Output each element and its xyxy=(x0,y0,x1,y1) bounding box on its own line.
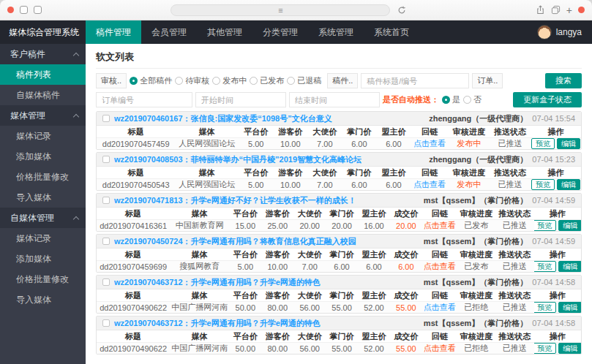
update-box-status-button[interactable]: 更新盒子状态 xyxy=(513,92,582,107)
nav-item[interactable]: 系统首页 xyxy=(364,20,419,44)
sidebar-item[interactable]: 添加媒体 xyxy=(0,146,86,167)
table-header-row: 标题媒体平台价游客价大使价掌门价盟主价成交价回链审核进度推送状态操作 xyxy=(97,330,581,342)
browser-chrome: ≡ + xyxy=(0,0,592,20)
column-header: 操作 xyxy=(534,249,581,260)
user-menu[interactable]: langya xyxy=(537,20,592,44)
row-checkbox[interactable] xyxy=(102,197,110,204)
preview-button[interactable]: 预览 xyxy=(531,138,555,149)
view-link[interactable]: 点击查看 xyxy=(422,261,457,272)
edit-button[interactable]: 编辑 xyxy=(558,302,581,313)
chevron-up-icon xyxy=(73,113,79,119)
view-link[interactable]: 点击查看 xyxy=(411,138,448,149)
article-title-link[interactable]: wz2019070463712：升学e网通有用吗？升学e网通的特色 xyxy=(114,318,321,329)
edit-button[interactable]: 编辑 xyxy=(557,138,580,149)
row-checkbox[interactable] xyxy=(102,278,110,286)
sidebar-item[interactable]: 价格批量修改 xyxy=(0,167,86,187)
nav-item[interactable]: 会员管理 xyxy=(141,20,197,44)
radio-icon xyxy=(212,77,220,85)
browser-window: ≡ + 媒体综合管理系统 稿件管理会员管理其他管理分类管理系统管理系统首页 la… xyxy=(0,0,592,364)
column-header: 媒体 xyxy=(170,331,229,342)
sidebar-item[interactable]: 添加媒体 xyxy=(0,249,86,269)
agent-name: mst【qssem】（掌门价格） xyxy=(424,277,528,288)
table-row: dd2019070490622中国广播网河南50.0080.0056.0055.… xyxy=(97,301,581,313)
title-search-input[interactable] xyxy=(361,73,469,88)
preview-button[interactable]: 预览 xyxy=(534,220,557,231)
row-checkbox[interactable] xyxy=(102,319,110,327)
preview-button[interactable]: 预览 xyxy=(531,179,555,190)
article-title-link[interactable]: wz2019070460167：张信良:国家发改委“1098号”文化台意义 xyxy=(114,113,332,124)
column-header: 大使价 xyxy=(307,167,342,178)
refresh-icon[interactable] xyxy=(397,6,406,15)
sidebar-item-label: 客户稿件 xyxy=(10,44,74,64)
table-cell: 80.00 xyxy=(261,303,293,312)
sidebar-section[interactable]: 自媒体管理 xyxy=(0,208,86,228)
article-title-link[interactable]: wz2019070450724：升学e网通有用吗？将教育信息化真正融入校园 xyxy=(114,236,356,247)
window-control-icon-2[interactable] xyxy=(34,6,42,14)
sidebar-item-label: 导入媒体 xyxy=(16,295,51,305)
sidebar-item[interactable]: 导入媒体 xyxy=(0,187,86,208)
row-checkbox[interactable] xyxy=(102,238,110,245)
nav-item[interactable]: 其他管理 xyxy=(197,20,252,44)
preview-button[interactable]: 预览 xyxy=(534,343,557,354)
view-link[interactable]: 点击查看 xyxy=(422,302,457,313)
preview-button[interactable]: 预览 xyxy=(534,302,557,313)
view-link[interactable]: 点击查看 xyxy=(411,179,448,190)
sidebar-item[interactable]: 媒体记录 xyxy=(0,126,86,146)
agent-name: mst【qssem】（掌门价格） xyxy=(424,195,528,206)
audit-status-radio[interactable]: 待审核 xyxy=(175,75,209,86)
column-header: 操作 xyxy=(534,290,581,301)
table-cell: 10.00 xyxy=(261,262,293,271)
share-icon[interactable] xyxy=(536,5,545,15)
edit-button[interactable]: 编辑 xyxy=(558,261,581,272)
search-button[interactable]: 搜索 xyxy=(545,73,582,88)
address-bar[interactable]: ≡ xyxy=(171,4,390,16)
tabs-icon[interactable] xyxy=(551,5,561,15)
table-row: dd2019070457459人民网强国论坛5.0010.007.006.006… xyxy=(97,137,581,149)
agent-name: zhenggang（一级代理商） xyxy=(429,154,528,165)
timestamp: 07-04 15:54 xyxy=(532,114,575,123)
table-cell: 52.00 xyxy=(358,303,390,312)
view-link[interactable]: 点击查看 xyxy=(422,220,457,231)
audit-status-radio[interactable]: 全部稿件 xyxy=(130,75,172,86)
article-title-link[interactable]: wz2019070471813：升学e网通好不好？让学生收获不一样的成长！ xyxy=(114,195,356,206)
edit-button[interactable]: 编辑 xyxy=(557,179,580,190)
sidebar-item-label: 媒体管理 xyxy=(10,105,74,126)
preview-button[interactable]: 预览 xyxy=(534,261,557,272)
sidebar-item[interactable]: 稿件列表 xyxy=(0,64,86,85)
edit-button[interactable]: 编辑 xyxy=(558,220,581,231)
agent-name: mst【qssem】（掌门价格） xyxy=(424,236,528,247)
edit-button[interactable]: 编辑 xyxy=(558,343,581,354)
actions-cell: 预览编辑 xyxy=(534,343,581,354)
autopush-radio[interactable]: 否 xyxy=(463,94,482,105)
article-title-link[interactable]: wz2019070463712：升学e网通有用吗？升学e网通的特色 xyxy=(114,277,321,288)
order-number-input[interactable] xyxy=(96,92,192,107)
sidebar-item[interactable]: 媒体记录 xyxy=(0,228,86,249)
window-control-icon[interactable] xyxy=(20,6,28,14)
sidebar-item[interactable]: 价格批量修改 xyxy=(0,269,86,289)
nav-item[interactable]: 稿件管理 xyxy=(86,20,141,44)
audit-status-radio[interactable]: 已发布 xyxy=(250,75,284,86)
audit-status-radio[interactable]: 发布中 xyxy=(212,75,247,86)
column-header: 操作 xyxy=(534,331,581,342)
column-header: 回链 xyxy=(422,290,457,301)
end-time-input[interactable] xyxy=(289,92,380,107)
row-checkbox[interactable] xyxy=(102,156,110,163)
autopush-radio[interactable]: 是 xyxy=(442,94,460,105)
agent-name: mst【qssem】（掌门价格） xyxy=(424,318,528,329)
column-header: 大使价 xyxy=(293,208,326,219)
new-tab-icon[interactable]: + xyxy=(566,5,572,15)
sidebar-item[interactable]: 导入媒体 xyxy=(0,289,86,310)
row-checkbox[interactable] xyxy=(102,115,110,122)
start-time-input[interactable] xyxy=(195,92,286,107)
column-header: 平台价 xyxy=(229,331,261,342)
audit-status-radio[interactable]: 已退稿 xyxy=(287,75,321,86)
view-link[interactable]: 点击查看 xyxy=(422,343,457,354)
nav-item[interactable]: 分类管理 xyxy=(252,20,308,44)
sidebar-item[interactable]: 自媒体稿件 xyxy=(0,85,86,105)
article-title-link[interactable]: wz2019070408503：菲特丽特举办“中国丹棱”2019智慧文化高峰论坛 xyxy=(114,154,361,165)
sidebar-section[interactable]: 客户稿件 xyxy=(0,44,86,64)
sidebar-section[interactable]: 媒体管理 xyxy=(0,105,86,126)
nav-item[interactable]: 系统管理 xyxy=(308,20,364,44)
column-header: 盟主价 xyxy=(358,249,390,260)
window-close-icon[interactable] xyxy=(7,7,14,13)
